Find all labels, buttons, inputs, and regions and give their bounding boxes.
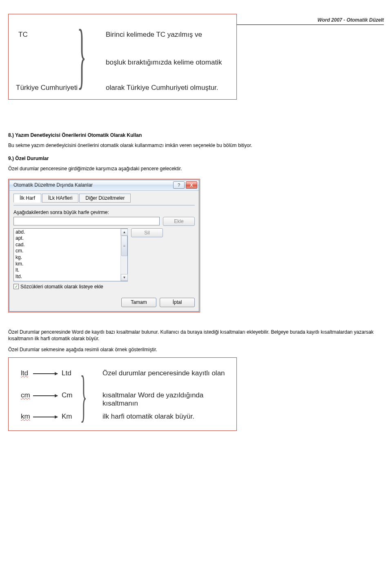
list-item[interactable]: lt. xyxy=(16,267,119,274)
figure-autocorrect-example-1: TC Türkiye Cumhuriyeti } Birinci kelimed… xyxy=(8,14,237,100)
scroll-down-icon[interactable]: ▼ xyxy=(121,274,128,281)
fig1-r3: olarak Türkiye Cumhuriyeti olmuştur. xyxy=(106,84,218,92)
fig2-b1: Ltd xyxy=(62,369,71,377)
fig2-desc2: kısaltmalar Word de yazıldığında kısaltm… xyxy=(102,391,236,408)
brace-icon: } xyxy=(77,22,86,89)
fig1-r2: boşluk bıraktığımızda kelime otomatik xyxy=(106,58,222,67)
ok-button[interactable]: Tamam xyxy=(121,298,156,307)
arrow-icon xyxy=(33,417,58,417)
fig1-left2: Türkiye Cumhuriyeti xyxy=(16,84,78,92)
section-9-title: 9.) Özel Durumlar xyxy=(8,156,384,161)
section-8-title: 8.) Yazım Denetleyicisi Önerilerini Otom… xyxy=(8,132,384,138)
fig2-desc1: Özel durumlar penceresinde kayıtlı olan xyxy=(102,369,225,377)
list-item[interactable]: ltd. xyxy=(16,274,119,280)
fig2-b3: Km xyxy=(62,412,72,421)
list-item[interactable]: abd. xyxy=(16,229,119,236)
section-8-body: Bu sekme yazım denetleyicisini önerileri… xyxy=(8,142,384,149)
arrow-icon xyxy=(33,395,58,396)
exceptions-list-items: abd. apt. cad. cm. kg. km. lt. ltd. xyxy=(14,229,120,281)
fig1-r1: Birinci kelimede TC yazılmış ve xyxy=(106,31,202,39)
section-9-body: Özel durumlar penceresine girdiğimizde k… xyxy=(8,165,384,172)
list-item[interactable]: cm. xyxy=(16,248,119,254)
scroll-thumb[interactable]: ≡ xyxy=(121,236,127,256)
fig2-b2: Cm xyxy=(62,391,72,399)
dialog-tabs: İlk Harf İLk HArfleri Diğer Düzeltmeler xyxy=(13,193,195,202)
add-button[interactable]: Ekle xyxy=(163,217,195,226)
delete-button[interactable]: Sil xyxy=(131,228,163,237)
auto-add-checkbox-label: Sözcükleri otomatik olarak listeye ekle xyxy=(20,284,103,290)
list-item[interactable]: kg. xyxy=(16,254,119,261)
dialog-screenshot-frame: Otomatik Düzeltme Dışında Kalanlar ? X İ… xyxy=(8,179,200,312)
list-scrollbar[interactable]: ▲ ≡ ▼ xyxy=(120,229,127,281)
tab-other-corrections-label: Diğer Düzeltmeler xyxy=(85,195,125,201)
fig1-left1: TC xyxy=(18,31,28,39)
tab-first-letter[interactable]: İlk Harf xyxy=(13,194,41,203)
header-title: Word 2007 - Otomatik Düzelt xyxy=(318,17,384,23)
after-dialog-p2: Özel Durumlar sekmesine aşağıda resimli … xyxy=(8,346,384,353)
fig2-a1: ltd xyxy=(21,369,28,377)
help-button[interactable]: ? xyxy=(173,181,185,189)
figure-autocorrect-example-2: ltd Ltd cm Cm km Km } Özel durumlar penc… xyxy=(8,357,237,431)
list-item[interactable]: cad. xyxy=(16,242,119,248)
exceptions-listbox[interactable]: abd. apt. cad. cm. kg. km. lt. ltd. ▲ ≡ xyxy=(13,228,128,281)
dialog-title: Otomatik Düzeltme Dışında Kalanlar xyxy=(13,182,172,188)
dont-capitalize-after-label: Aşağıdakilerden sonra büyük harfe çevirm… xyxy=(13,210,195,215)
cancel-button[interactable]: İptal xyxy=(160,298,195,307)
after-dialog-p1: Özel Durumlar penceresinde Word de kayıt… xyxy=(8,329,384,343)
dialog-titlebar: Otomatik Düzeltme Dışında Kalanlar ? X xyxy=(9,180,199,191)
scroll-up-icon[interactable]: ▲ xyxy=(121,229,128,236)
tab-initial-caps[interactable]: İLk HArfleri xyxy=(42,194,78,203)
list-item[interactable]: apt. xyxy=(16,235,119,242)
fig2-a3: km xyxy=(21,412,30,421)
autocorrect-exceptions-dialog: Otomatik Düzeltme Dışında Kalanlar ? X İ… xyxy=(9,180,199,312)
fig2-a2: cm xyxy=(21,391,30,399)
list-item[interactable]: km. xyxy=(16,261,119,268)
tab-other-corrections[interactable]: Diğer Düzeltmeler xyxy=(79,194,131,203)
close-button[interactable]: X xyxy=(186,181,197,189)
arrow-icon xyxy=(33,373,58,374)
tab-first-letter-label: İlk Harf xyxy=(20,195,35,201)
brace-icon: } xyxy=(80,370,87,421)
tab-initial-caps-label: İLk HArfleri xyxy=(48,195,72,201)
fig2-desc3: ilk harfi otomatik olarak büyür. xyxy=(102,412,194,421)
auto-add-checkbox[interactable]: ✓ xyxy=(13,284,19,289)
exception-input[interactable] xyxy=(13,217,160,225)
